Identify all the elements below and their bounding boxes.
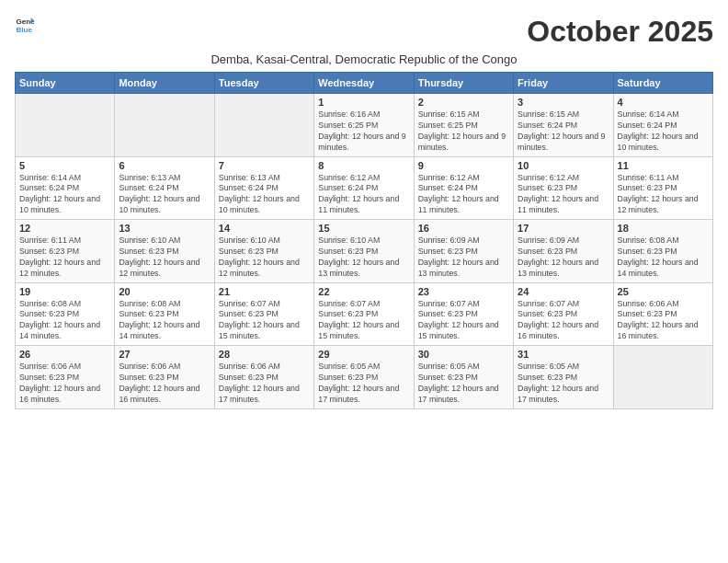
day-info: Sunrise: 6:08 AM Sunset: 6:23 PM Dayligh… (618, 236, 709, 280)
day-info: Sunrise: 6:10 AM Sunset: 6:23 PM Dayligh… (119, 236, 210, 280)
day-number: 23 (418, 286, 509, 297)
calendar-week-row: 1Sunrise: 6:16 AM Sunset: 6:25 PM Daylig… (16, 94, 713, 157)
calendar-cell: 22Sunrise: 6:07 AM Sunset: 6:23 PM Dayli… (314, 282, 414, 346)
day-number: 13 (119, 223, 210, 234)
day-number: 10 (518, 160, 609, 171)
column-header-saturday: Saturday (613, 73, 712, 94)
day-number: 7 (219, 160, 310, 171)
day-info: Sunrise: 6:06 AM Sunset: 6:23 PM Dayligh… (219, 362, 310, 406)
column-header-wednesday: Wednesday (314, 73, 414, 94)
day-number: 28 (219, 349, 310, 360)
calendar-cell: 15Sunrise: 6:10 AM Sunset: 6:23 PM Dayli… (314, 220, 414, 283)
column-header-friday: Friday (514, 73, 613, 94)
day-number: 18 (618, 223, 709, 234)
calendar-cell: 5Sunrise: 6:14 AM Sunset: 6:24 PM Daylig… (16, 156, 115, 220)
column-header-tuesday: Tuesday (214, 73, 313, 94)
calendar-cell: 27Sunrise: 6:06 AM Sunset: 6:23 PM Dayli… (115, 346, 214, 409)
day-info: Sunrise: 6:08 AM Sunset: 6:23 PM Dayligh… (119, 299, 210, 343)
day-info: Sunrise: 6:10 AM Sunset: 6:23 PM Dayligh… (219, 236, 310, 280)
day-number: 19 (19, 286, 110, 297)
calendar-cell: 20Sunrise: 6:08 AM Sunset: 6:23 PM Dayli… (115, 282, 214, 346)
day-info: Sunrise: 6:07 AM Sunset: 6:23 PM Dayligh… (518, 299, 609, 343)
day-info: Sunrise: 6:15 AM Sunset: 6:25 PM Dayligh… (418, 109, 509, 154)
day-number: 5 (19, 160, 110, 171)
day-info: Sunrise: 6:14 AM Sunset: 6:24 PM Dayligh… (19, 173, 110, 217)
day-info: Sunrise: 6:07 AM Sunset: 6:23 PM Dayligh… (318, 299, 409, 343)
day-number: 2 (418, 97, 509, 108)
calendar-cell: 24Sunrise: 6:07 AM Sunset: 6:23 PM Dayli… (514, 282, 613, 346)
day-number: 17 (518, 223, 609, 234)
calendar-week-row: 12Sunrise: 6:11 AM Sunset: 6:23 PM Dayli… (16, 220, 713, 283)
calendar-cell: 8Sunrise: 6:12 AM Sunset: 6:24 PM Daylig… (314, 156, 414, 220)
day-info: Sunrise: 6:08 AM Sunset: 6:23 PM Dayligh… (19, 299, 110, 343)
calendar-cell: 14Sunrise: 6:10 AM Sunset: 6:23 PM Dayli… (214, 220, 313, 283)
day-info: Sunrise: 6:06 AM Sunset: 6:23 PM Dayligh… (618, 299, 709, 343)
calendar-week-row: 19Sunrise: 6:08 AM Sunset: 6:23 PM Dayli… (16, 282, 713, 346)
day-number: 12 (19, 223, 110, 234)
day-info: Sunrise: 6:11 AM Sunset: 6:23 PM Dayligh… (618, 173, 709, 217)
day-number: 20 (119, 286, 210, 297)
day-info: Sunrise: 6:06 AM Sunset: 6:23 PM Dayligh… (119, 362, 210, 406)
calendar-cell: 29Sunrise: 6:05 AM Sunset: 6:23 PM Dayli… (314, 346, 414, 409)
calendar-cell: 30Sunrise: 6:05 AM Sunset: 6:23 PM Dayli… (414, 346, 513, 409)
column-header-monday: Monday (115, 73, 214, 94)
calendar-cell: 1Sunrise: 6:16 AM Sunset: 6:25 PM Daylig… (314, 94, 414, 157)
calendar-cell (115, 94, 214, 157)
calendar-cell: 3Sunrise: 6:15 AM Sunset: 6:24 PM Daylig… (514, 94, 613, 157)
day-info: Sunrise: 6:07 AM Sunset: 6:23 PM Dayligh… (418, 299, 509, 343)
day-number: 15 (318, 223, 409, 234)
day-info: Sunrise: 6:16 AM Sunset: 6:25 PM Dayligh… (318, 109, 409, 154)
day-number: 14 (219, 223, 310, 234)
calendar-week-row: 26Sunrise: 6:06 AM Sunset: 6:23 PM Dayli… (16, 346, 713, 409)
day-info: Sunrise: 6:10 AM Sunset: 6:23 PM Dayligh… (318, 236, 409, 280)
calendar-cell (214, 94, 313, 157)
logo: General Blue (15, 15, 35, 35)
subtitle: Demba, Kasai-Central, Democratic Republi… (15, 52, 713, 66)
day-number: 4 (618, 97, 709, 108)
calendar-header-row: SundayMondayTuesdayWednesdayThursdayFrid… (16, 73, 713, 94)
day-info: Sunrise: 6:05 AM Sunset: 6:23 PM Dayligh… (418, 362, 509, 406)
day-number: 30 (418, 349, 509, 360)
day-number: 24 (518, 286, 609, 297)
day-info: Sunrise: 6:09 AM Sunset: 6:23 PM Dayligh… (418, 236, 509, 280)
day-number: 1 (318, 97, 409, 108)
calendar-cell: 26Sunrise: 6:06 AM Sunset: 6:23 PM Dayli… (16, 346, 115, 409)
calendar-cell: 18Sunrise: 6:08 AM Sunset: 6:23 PM Dayli… (613, 220, 712, 283)
calendar-week-row: 5Sunrise: 6:14 AM Sunset: 6:24 PM Daylig… (16, 156, 713, 220)
logo-icon: General Blue (15, 15, 35, 35)
day-info: Sunrise: 6:14 AM Sunset: 6:24 PM Dayligh… (618, 109, 709, 154)
day-number: 9 (418, 160, 509, 171)
calendar-cell: 23Sunrise: 6:07 AM Sunset: 6:23 PM Dayli… (414, 282, 513, 346)
day-info: Sunrise: 6:15 AM Sunset: 6:24 PM Dayligh… (518, 109, 609, 154)
calendar-cell: 17Sunrise: 6:09 AM Sunset: 6:23 PM Dayli… (514, 220, 613, 283)
day-info: Sunrise: 6:07 AM Sunset: 6:23 PM Dayligh… (219, 299, 310, 343)
day-number: 11 (618, 160, 709, 171)
day-number: 26 (19, 349, 110, 360)
column-header-thursday: Thursday (414, 73, 513, 94)
day-info: Sunrise: 6:12 AM Sunset: 6:23 PM Dayligh… (518, 173, 609, 217)
svg-text:Blue: Blue (16, 26, 32, 34)
calendar-cell: 6Sunrise: 6:13 AM Sunset: 6:24 PM Daylig… (115, 156, 214, 220)
month-title: October 2025 (527, 15, 713, 49)
calendar-cell: 10Sunrise: 6:12 AM Sunset: 6:23 PM Dayli… (514, 156, 613, 220)
day-number: 8 (318, 160, 409, 171)
calendar-cell: 2Sunrise: 6:15 AM Sunset: 6:25 PM Daylig… (414, 94, 513, 157)
calendar-cell: 11Sunrise: 6:11 AM Sunset: 6:23 PM Dayli… (613, 156, 712, 220)
calendar-cell: 9Sunrise: 6:12 AM Sunset: 6:24 PM Daylig… (414, 156, 513, 220)
calendar-cell: 21Sunrise: 6:07 AM Sunset: 6:23 PM Dayli… (214, 282, 313, 346)
calendar-cell: 12Sunrise: 6:11 AM Sunset: 6:23 PM Dayli… (16, 220, 115, 283)
calendar-cell: 31Sunrise: 6:05 AM Sunset: 6:23 PM Dayli… (514, 346, 613, 409)
day-number: 3 (518, 97, 609, 108)
calendar-cell: 7Sunrise: 6:13 AM Sunset: 6:24 PM Daylig… (214, 156, 313, 220)
day-info: Sunrise: 6:05 AM Sunset: 6:23 PM Dayligh… (318, 362, 409, 406)
day-info: Sunrise: 6:05 AM Sunset: 6:23 PM Dayligh… (518, 362, 609, 406)
day-info: Sunrise: 6:09 AM Sunset: 6:23 PM Dayligh… (518, 236, 609, 280)
day-number: 27 (119, 349, 210, 360)
day-number: 6 (119, 160, 210, 171)
day-number: 21 (219, 286, 310, 297)
day-info: Sunrise: 6:12 AM Sunset: 6:24 PM Dayligh… (318, 173, 409, 217)
calendar-cell: 4Sunrise: 6:14 AM Sunset: 6:24 PM Daylig… (613, 94, 712, 157)
day-info: Sunrise: 6:11 AM Sunset: 6:23 PM Dayligh… (19, 236, 110, 280)
column-header-sunday: Sunday (16, 73, 115, 94)
calendar-cell (613, 346, 712, 409)
